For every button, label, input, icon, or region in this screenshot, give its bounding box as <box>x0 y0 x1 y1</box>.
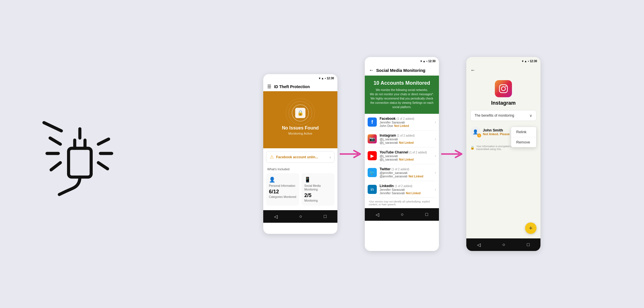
recent-nav-1[interactable]: □ <box>324 214 327 219</box>
menu-icon[interactable]: ☰ <box>267 84 271 89</box>
signal-icon-2: ▾ <box>420 60 422 63</box>
youtube-user2: @j_sarasvati <box>380 158 398 161</box>
linkedin-name: LinkedIn (1 of 2 added) <box>380 184 432 188</box>
time-1: 12:30 <box>327 77 334 80</box>
left-illustration <box>0 0 160 308</box>
facebook-count: (1 of 2 added) <box>396 117 414 120</box>
status-bar-1: ▾ ▲ ▪ 12:30 <box>263 74 337 82</box>
hero-section: 🔒 No Issues Found Monitoring Active <box>263 91 337 148</box>
twitter-user2-row: @jennifer_sarasvati Not Linked <box>380 175 432 178</box>
instagram-info: Instagram (1 of 2 added) @j_sarasvati @j… <box>380 133 432 144</box>
social-item-linkedin[interactable]: in LinkedIn (1 of 2 added) Jennifer Sara… <box>368 181 436 198</box>
back-nav-1[interactable]: ◁ <box>274 214 278 219</box>
status-icons-3: ▾ ▲ ▪ 12:30 <box>522 60 537 63</box>
nav-bar-2: ◁ ○ □ <box>365 208 439 221</box>
twitter-logo: 🐦 <box>368 168 377 177</box>
back-nav-3[interactable]: ◁ <box>477 242 481 248</box>
linkedin-user2-row: Jennifer Sarasvati Not Linked <box>380 191 432 195</box>
social-item-twitter[interactable]: 🐦 Twitter (1 of 2 added) @jennifer_saras… <box>368 164 436 181</box>
arrow-2 <box>441 148 464 160</box>
youtube-logo: ▶ <box>368 151 377 160</box>
signal-icon-3: ▾ <box>522 60 523 63</box>
instagram-logo: 📷 <box>368 134 377 143</box>
svg-line-6 <box>50 138 60 144</box>
screen1-title: ID Theft Protection <box>274 84 310 89</box>
battery-icon-3: ▪ <box>528 60 529 63</box>
recent-nav-2[interactable]: □ <box>425 212 428 217</box>
facebook-alert[interactable]: ⚠ Facebook account unlin... › <box>266 151 335 163</box>
status-icons-1: ▾ ▲ ▪ 12:30 <box>319 77 334 80</box>
personal-info-card[interactable]: 👤 Personal Information 6/12 Categories M… <box>266 173 299 206</box>
instagram-platform-title: Instagram <box>466 100 540 106</box>
personal-info-icon: 👤 <box>269 177 296 183</box>
battery-icon-1: ▪ <box>325 77 326 80</box>
time-3: 12:30 <box>530 60 537 63</box>
social-media-card[interactable]: 📱 Social Media Monitoring 2/5 Monitoring <box>301 173 335 206</box>
home-nav-2[interactable]: ○ <box>401 212 404 217</box>
social-list: f Facebook (1 of 2 added) Jennifer Saras… <box>365 114 439 198</box>
accounts-desc: We monitor the following social networks… <box>369 88 435 109</box>
linkedin-user1: Jennifer Sarasvati <box>380 188 432 191</box>
linkedin-user2: Jennifer Sarasvati <box>380 191 405 195</box>
youtube-name: YouTube Channel (1 of 2 added) <box>380 150 432 154</box>
instagram-logo-wrap <box>466 76 540 100</box>
facebook-name: Facebook (1 of 2 added) <box>380 117 432 121</box>
back-nav-2[interactable]: ◁ <box>376 212 379 217</box>
wifi-icon-3: ▲ <box>524 60 527 63</box>
instagram-user2-row: @j_sarasvati Not Linked <box>380 141 432 144</box>
back-arrow-3[interactable]: ← <box>470 67 475 73</box>
personal-info-sub: Categories Monitored <box>269 195 296 198</box>
alert-chevron-icon: › <box>329 155 331 159</box>
home-nav-3[interactable]: ○ <box>502 242 505 247</box>
wifi-icon-1: ▲ <box>321 77 324 80</box>
linkedin-status: Not Linked <box>406 192 421 195</box>
youtube-status: Not Linked <box>399 158 414 161</box>
svg-line-8 <box>51 163 60 170</box>
back-arrow-2[interactable]: ← <box>369 67 374 73</box>
social-item-facebook[interactable]: f Facebook (1 of 2 added) Jennifer Saras… <box>368 114 436 131</box>
relink-option[interactable]: Relink <box>511 127 536 137</box>
twitter-user2: @jennifer_sarasvati <box>380 175 407 178</box>
status-bar-2: ▾ ▲ ▪ 12:30 <box>365 57 439 65</box>
account-context-area: 👤 ! John Smith Not linked. Please re... … <box>470 124 536 140</box>
alert-text: Facebook account unlin... <box>276 155 327 159</box>
social-item-youtube[interactable]: ▶ YouTube Channel (1 of 2 added) @j_sara… <box>368 147 436 164</box>
home-nav-1[interactable]: ○ <box>299 214 302 219</box>
social-footnote: *Our service may not identify all cyberb… <box>365 198 439 208</box>
svg-point-12 <box>501 87 505 91</box>
shield-inner-icon: 🔒 <box>295 108 305 118</box>
social-item-instagram[interactable]: 📷 Instagram (1 of 2 added) @j_sarasvati … <box>368 131 436 147</box>
youtube-user2-row: @j_sarasvati Not Linked <box>380 158 432 161</box>
green-banner: 10 Accounts Monitored We monitor the fol… <box>365 76 439 114</box>
context-menu: Relink Remove <box>511 127 536 147</box>
twitter-chevron: › <box>435 170 436 175</box>
accounts-count: 10 Accounts Monitored <box>369 80 435 86</box>
instagram-user1: @j_sarasvati <box>380 137 432 141</box>
benefits-text: The benefits of monitoring <box>475 114 514 117</box>
svg-point-13 <box>505 86 507 87</box>
phones-container: ▾ ▲ ▪ 12:30 ☰ ID Theft Protection 🔒 No I… <box>160 0 644 308</box>
phone-screen2: ▾ ▲ ▪ 12:30 ← Social Media Monitoring 10… <box>365 57 439 251</box>
screen1-header: ☰ ID Theft Protection <box>263 82 337 91</box>
social-media-label: Social Media Monitoring <box>304 184 332 191</box>
recent-nav-3[interactable]: □ <box>527 242 530 247</box>
status-bar-3: ▾ ▲ ▪ 12:30 <box>466 57 540 65</box>
arrow-1 <box>340 148 362 160</box>
instagram-chevron: › <box>435 137 436 141</box>
status-icons-2: ▾ ▲ ▪ 12:30 <box>420 60 436 63</box>
benefits-dropdown[interactable]: The benefits of monitoring ∨ <box>470 110 536 121</box>
twitter-label: Twitter <box>380 167 390 171</box>
screen2-header: ← Social Media Monitoring <box>365 65 439 76</box>
facebook-user2: John Doe <box>380 124 393 127</box>
remove-option[interactable]: Remove <box>511 137 536 147</box>
nav-bar-1: ◁ ○ □ <box>263 210 337 223</box>
facebook-label: Facebook <box>380 117 396 121</box>
facebook-user1: Jennifer Sarasvati <box>380 121 432 124</box>
youtube-user1: @j_sarasvati <box>380 154 432 158</box>
wifi-icon-2: ▲ <box>423 60 426 63</box>
svg-line-5 <box>98 163 108 169</box>
instagram-name: Instagram (1 of 2 added) <box>380 133 432 137</box>
personal-info-number: 6/12 <box>269 189 296 195</box>
signal-icon-1: ▾ <box>319 77 320 80</box>
add-fab-button[interactable]: + <box>525 222 536 234</box>
